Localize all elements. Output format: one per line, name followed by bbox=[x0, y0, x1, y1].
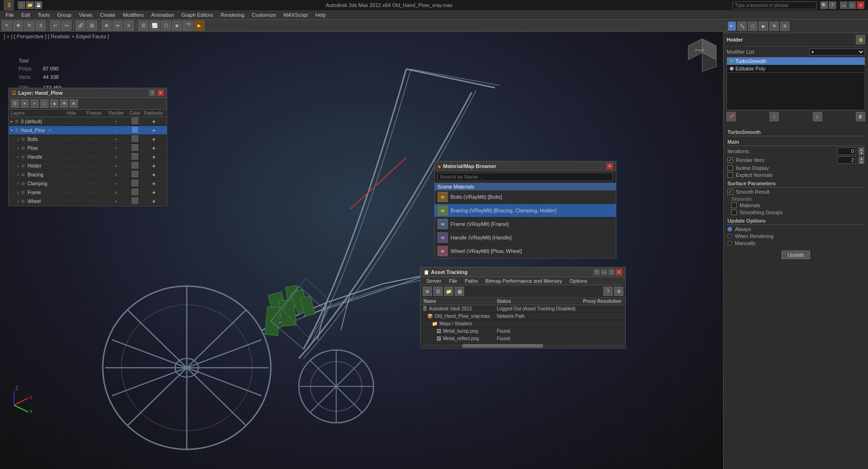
modifier-dropdown[interactable]: ▾ bbox=[809, 49, 865, 56]
render-iters-check[interactable] bbox=[727, 157, 733, 163]
menu-graph-editors[interactable]: Graph Editors bbox=[178, 11, 217, 19]
motion-tab[interactable]: ▶ bbox=[759, 21, 768, 31]
menu-customize[interactable]: Customize bbox=[248, 11, 280, 19]
modifier-turbosmooth[interactable]: TurboSmooth bbox=[727, 57, 865, 65]
layers-title-bar[interactable]: ☰ Layer: Hand_Plow ? ✕ bbox=[9, 88, 167, 98]
pin-stack-btn[interactable]: 📌 bbox=[727, 112, 736, 121]
lock-btn[interactable]: 🔒 bbox=[856, 35, 865, 44]
save-btn[interactable]: 💾 bbox=[35, 1, 42, 9]
open-btn[interactable]: 📂 bbox=[26, 1, 34, 9]
mat-title-bar[interactable]: ◈ Material/Map Browser ✕ bbox=[435, 161, 616, 171]
menu-tools[interactable]: Tools bbox=[34, 11, 54, 19]
layer-select-objects-btn[interactable]: □ bbox=[40, 99, 49, 108]
make-unique-btn[interactable]: ◇ bbox=[813, 112, 822, 121]
iter-down-btn[interactable]: ▼ bbox=[859, 151, 864, 155]
menu-help[interactable]: Help bbox=[311, 11, 330, 19]
show-end-result-btn[interactable]: | bbox=[769, 112, 779, 121]
schematic-btn[interactable]: ⬡ bbox=[161, 21, 171, 31]
asset-minimize-btn[interactable]: — bbox=[601, 269, 607, 275]
isoline-check[interactable] bbox=[727, 165, 733, 171]
link-btn[interactable]: 🔗 bbox=[76, 21, 86, 31]
menu-rendering[interactable]: Rendering bbox=[217, 11, 248, 19]
mat-item[interactable]: M Bracing (VRayMtl) [Bracing, Clamping, … bbox=[435, 204, 616, 217]
help-btn[interactable]: ? bbox=[829, 1, 836, 9]
menu-animation[interactable]: Animation bbox=[148, 11, 178, 19]
layer-display-btn[interactable]: 👁 bbox=[60, 99, 68, 108]
layer-row[interactable]: ▸ ⊡ Frame ··· ··· ✦ ★ bbox=[9, 188, 167, 197]
layer-row[interactable]: ▾ ☰ Hand_Plow ✓ ··· ··· ✦ ★ bbox=[9, 126, 167, 135]
layer-row[interactable]: ▸ ⊡ Wheel ··· ··· ✦ ★ bbox=[9, 197, 167, 206]
mat-item[interactable]: M Frame (VRayMtl) [Frame] bbox=[435, 217, 616, 231]
smooth-result-check[interactable] bbox=[727, 189, 733, 195]
scroll-thumb[interactable] bbox=[462, 344, 543, 348]
layer-row[interactable]: ▸ ⊡ Clamping ··· ··· ✦ ★ bbox=[9, 179, 167, 188]
riters-up-btn[interactable]: ▲ bbox=[859, 156, 864, 160]
remove-modifier-btn[interactable]: 🗑 bbox=[856, 112, 865, 121]
rotate-btn[interactable]: ↻ bbox=[24, 21, 35, 31]
asset-menu-bitmap[interactable]: Bitmap Performance and Memory bbox=[481, 277, 565, 285]
iter-up-btn[interactable]: ▲ bbox=[859, 147, 864, 151]
layer-highlight-btn[interactable]: ◈ bbox=[50, 99, 58, 108]
asset-path-btn[interactable]: 📁 bbox=[444, 287, 453, 296]
render-iters-input[interactable] bbox=[837, 156, 856, 164]
asset-maximize-btn[interactable]: □ bbox=[608, 269, 615, 275]
track-view-btn[interactable]: 📈 bbox=[149, 21, 160, 31]
layer-row[interactable]: ▸ ☰ 0 (default) ··· ··· ✦ ★ bbox=[9, 117, 167, 126]
asset-title-bar[interactable]: 📋 Asset Tracking ? — □ ✕ bbox=[421, 267, 625, 277]
layer-mgr-btn[interactable]: ☰ bbox=[138, 21, 148, 31]
close-btn[interactable]: ✕ bbox=[857, 1, 864, 9]
render-setup-btn[interactable]: 🎬 bbox=[183, 21, 193, 31]
asset-menu-paths[interactable]: Paths bbox=[461, 277, 481, 285]
layer-row[interactable]: ▸ ⊡ Bolts ··· ··· ✦ ★ bbox=[9, 135, 167, 144]
mat-item[interactable]: M Handle (VRayMtl) [Handle] bbox=[435, 231, 616, 245]
undo-btn[interactable]: ↩ bbox=[50, 21, 60, 31]
unlink-btn[interactable]: ⛓ bbox=[87, 21, 97, 31]
menu-file[interactable]: File bbox=[2, 11, 18, 19]
asset-menu-options[interactable]: Options bbox=[566, 277, 591, 285]
mat-scene-label[interactable]: Scene Materials bbox=[435, 183, 616, 190]
layer-row[interactable]: ▸ ⊡ Bracing ··· ··· ✦ ★ bbox=[9, 170, 167, 179]
mat-item[interactable]: M Wheel (VRayMtl) [Plow, Wheel] bbox=[435, 245, 616, 258]
create-tab[interactable]: ✦ bbox=[727, 21, 736, 31]
asset-menu-server[interactable]: Server bbox=[423, 277, 445, 285]
asset-menu-file[interactable]: File bbox=[445, 277, 461, 285]
asset-close-btn[interactable]: ✕ bbox=[616, 269, 622, 275]
mat-item[interactable]: M Bolts (VRayMtl) [Bolts] bbox=[435, 190, 616, 204]
layer-delete-btn[interactable]: ✕ bbox=[21, 99, 29, 108]
layer-row[interactable]: ▸ ⊡ Plow ··· ··· ✦ ★ bbox=[9, 144, 167, 153]
minimize-btn[interactable]: — bbox=[840, 1, 847, 9]
asset-row[interactable]: 🖼Metal_reflect.png Found bbox=[421, 335, 625, 343]
modify-tab[interactable]: 🔧 bbox=[737, 21, 747, 31]
asset-add-btn[interactable]: ⊕ bbox=[423, 287, 432, 296]
asset-list-btn[interactable]: ☰ bbox=[433, 287, 443, 296]
layer-row[interactable]: ▸ ⊡ Handle ··· ··· ✦ ★ bbox=[9, 153, 167, 161]
asset-row[interactable]: 📦Old_Hand_Plow_vray.max Network Path bbox=[421, 313, 625, 320]
layers-close-btn[interactable]: ✕ bbox=[157, 90, 164, 96]
layer-row[interactable]: ▸ ⊡ Holder ··· ··· ✦ ★ bbox=[9, 161, 167, 170]
utilities-tab[interactable]: ⚙ bbox=[780, 21, 790, 31]
layer-freeze-all-btn[interactable]: ❄ bbox=[70, 99, 78, 108]
always-radio[interactable] bbox=[727, 227, 732, 231]
scale-btn[interactable]: ⧖ bbox=[35, 21, 46, 31]
menu-group[interactable]: Group bbox=[53, 11, 75, 19]
mirror-btn[interactable]: ⇔ bbox=[113, 21, 123, 31]
material-editor-btn[interactable]: ◈ bbox=[172, 21, 182, 31]
menu-modifiers[interactable]: Modifiers bbox=[119, 11, 148, 19]
maximize-btn[interactable]: □ bbox=[848, 1, 856, 9]
asset-settings-btn[interactable]: ⚙ bbox=[614, 287, 623, 296]
layer-add-btn[interactable]: ☰ bbox=[11, 99, 19, 108]
align-btn[interactable]: ≡ bbox=[124, 21, 134, 31]
menu-create[interactable]: Create bbox=[96, 11, 119, 19]
asset-row[interactable]: 📁Maps / Shaders bbox=[421, 320, 625, 328]
select-btn[interactable]: ↖ bbox=[2, 21, 12, 31]
asset-help-btn[interactable]: ? bbox=[603, 287, 613, 296]
render-btn[interactable]: ▶ bbox=[194, 21, 205, 31]
menu-maxscript[interactable]: MAXScript bbox=[280, 11, 311, 19]
modifier-editable-poly[interactable]: Editable Poly bbox=[727, 65, 865, 72]
asset-info-btn[interactable]: ? bbox=[593, 269, 600, 275]
iterations-input[interactable] bbox=[837, 147, 856, 155]
when-rendering-radio[interactable] bbox=[727, 234, 732, 238]
menu-views[interactable]: Views bbox=[75, 11, 96, 19]
asset-row[interactable]: 🖼Metal_bump.png Found bbox=[421, 328, 625, 335]
smoothing-groups-check[interactable] bbox=[731, 210, 737, 215]
